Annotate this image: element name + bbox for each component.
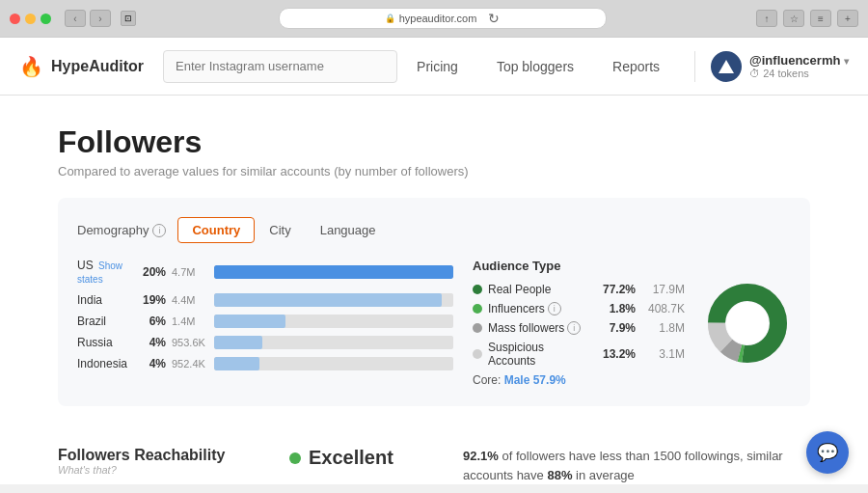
val-indonesia: 952.4K — [172, 358, 208, 370]
logo-text: HypeAuditor — [51, 58, 144, 75]
dot-real-people — [473, 285, 482, 294]
close-traffic-light[interactable] — [10, 14, 20, 24]
mass-followers-info-icon[interactable]: i — [567, 321, 581, 335]
audience-row-suspicious: Suspicious Accounts 13.2% 3.1M — [473, 341, 685, 368]
country-bars: US Show states 20% 4.7M India 19% 4.4M — [77, 259, 453, 387]
track-us — [214, 265, 453, 279]
reachability-status: Excellent — [309, 447, 393, 469]
nav-pricing[interactable]: Pricing — [397, 38, 477, 96]
lock-icon: 🔒 — [385, 14, 395, 23]
maximize-traffic-light[interactable] — [41, 14, 51, 24]
forward-button[interactable]: › — [90, 10, 111, 27]
panel-body: US Show states 20% 4.7M India 19% 4.4M — [77, 259, 791, 387]
nav-top-bloggers[interactable]: Top bloggers — [477, 38, 593, 96]
show-states-us[interactable]: Show states — [77, 260, 122, 285]
dot-mass-followers — [473, 323, 482, 333]
audience-row-mass: Mass followers i 7.9% 1.8M — [473, 321, 685, 335]
audience-row-influencers: Influencers i 1.8% 408.7K — [473, 302, 685, 315]
reload-button[interactable]: ↻ — [488, 11, 500, 26]
demography-label: Demography i — [77, 223, 166, 237]
reachability-pct: 92.1% — [463, 449, 499, 463]
label-suspicious: Suspicious Accounts — [488, 341, 593, 368]
address-input[interactable]: 🔒 hypeauditor.com ↻ — [279, 8, 607, 29]
browser-nav-buttons: ‹ › — [65, 10, 111, 27]
dot-influencers — [473, 304, 482, 314]
track-india — [214, 293, 453, 307]
audience-row-real: Real People 77.2% 17.9M — [473, 283, 685, 296]
user-info: @influencermh ▾ ⏱ 24 tokens — [749, 53, 849, 79]
browser-chrome: ‹ › ⊡ 🔒 hypeauditor.com ↻ ↑ ☆ ≡ + — [0, 0, 868, 38]
pct-indonesia: 4% — [139, 357, 166, 370]
followers-panel: Demography i Country City Language US Sh… — [58, 198, 810, 406]
tab-country[interactable]: Country — [177, 217, 255, 243]
back-button[interactable]: ‹ — [65, 10, 86, 27]
donut-chart — [705, 281, 790, 366]
pct-brazil: 6% — [139, 315, 166, 328]
pct-mass-followers: 7.9% — [599, 321, 636, 335]
pct-india: 19% — [139, 293, 166, 307]
core-value: Male 57.9% — [504, 373, 566, 387]
comparison-note: Compared to average values for similar a… — [58, 164, 810, 178]
bar-row-russia: Russia 4% 953.6K — [77, 336, 453, 349]
logo-area: 🔥 HypeAuditor — [19, 55, 144, 78]
track-russia — [214, 336, 453, 349]
excellent-dot — [289, 452, 301, 464]
country-russia: Russia — [77, 336, 133, 349]
val-us: 4.7M — [172, 266, 208, 278]
country-us: US Show states — [77, 259, 133, 286]
share-button[interactable]: ↑ — [756, 10, 777, 27]
panel-tabs: Demography i Country City Language — [77, 217, 791, 243]
reachability-avg: 88% — [547, 468, 572, 482]
reachability-label-area: Followers Reachability What's that? — [58, 447, 289, 476]
pct-influencers: 1.8% — [599, 302, 636, 315]
token-count: ⏱ 24 tokens — [749, 68, 849, 79]
reachability-whats-that[interactable]: What's that? — [58, 464, 289, 476]
minimize-traffic-light[interactable] — [25, 14, 36, 24]
label-influencers: Influencers i — [488, 302, 593, 315]
followers-reachability-row: Followers Reachability What's that? Exce… — [58, 429, 810, 484]
menu-button[interactable]: ≡ — [810, 10, 831, 27]
num-influencers: 408.7K — [641, 302, 685, 315]
traffic-lights — [10, 14, 51, 24]
country-india: India — [77, 293, 133, 307]
username-display[interactable]: @influencermh ▾ — [749, 53, 849, 68]
nav-links: Pricing Top bloggers Reports — [397, 38, 679, 96]
country-indonesia: Indonesia — [77, 357, 133, 370]
username-input[interactable] — [163, 50, 397, 83]
bookmark-button[interactable]: ☆ — [783, 10, 804, 27]
nav-reports[interactable]: Reports — [593, 38, 679, 96]
fill-indonesia — [214, 357, 259, 370]
bar-row-indonesia: Indonesia 4% 952.4K — [77, 357, 453, 370]
user-area: @influencermh ▾ ⏱ 24 tokens — [694, 51, 849, 82]
svg-point-5 — [726, 302, 769, 344]
new-tab-button[interactable]: + — [837, 10, 858, 27]
demography-info-icon[interactable]: i — [152, 224, 166, 237]
bar-row-india: India 19% 4.4M — [77, 293, 453, 307]
browser-controls: ↑ ☆ ≡ + — [756, 10, 858, 27]
tab-language[interactable]: Language — [306, 217, 391, 243]
donut-area — [704, 259, 791, 387]
fill-russia — [214, 336, 262, 349]
chat-button[interactable]: 💬 — [806, 431, 849, 474]
tab-city[interactable]: City — [255, 217, 305, 243]
influencers-info-icon[interactable]: i — [548, 302, 561, 315]
window-button[interactable]: ⊡ — [121, 11, 136, 26]
chat-icon: 💬 — [817, 442, 838, 463]
user-avatar — [711, 51, 742, 82]
val-brazil: 1.4M — [172, 315, 208, 327]
val-india: 4.4M — [172, 294, 208, 306]
num-real-people: 17.9M — [641, 283, 685, 296]
address-bar: 🔒 hypeauditor.com ↻ — [142, 8, 743, 29]
pct-real-people: 77.2% — [599, 283, 636, 296]
main-content: Followers Compared to average values for… — [0, 96, 868, 484]
avatar-icon — [719, 60, 734, 73]
reachability-title: Followers Reachability — [58, 447, 289, 464]
audience-type: Audience Type Real People 77.2% 17.9M In… — [473, 259, 685, 387]
num-mass-followers: 1.8M — [641, 321, 685, 335]
core-line: Core: Male 57.9% — [473, 373, 685, 387]
val-russia: 953.6K — [172, 337, 208, 348]
reachability-result: Excellent — [289, 447, 463, 469]
label-real-people: Real People — [488, 283, 593, 296]
address-text: hypeauditor.com — [399, 13, 477, 24]
flame-icon: 🔥 — [19, 55, 43, 78]
